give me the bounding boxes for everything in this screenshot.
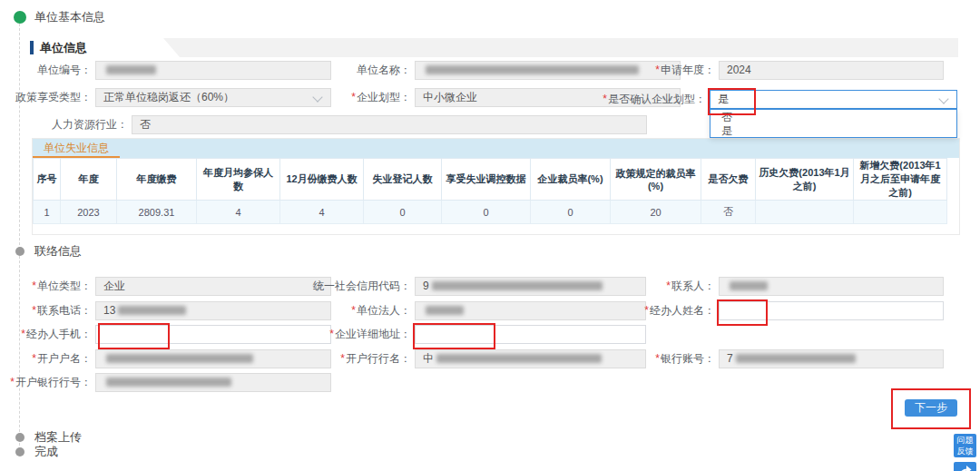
table-cell: 1 bbox=[34, 201, 61, 224]
table-cell: 4 bbox=[280, 201, 364, 224]
step-label-finish: 完成 bbox=[34, 446, 58, 458]
bank-branch-code-value bbox=[96, 374, 330, 391]
apply-year-value: 2024 bbox=[720, 62, 943, 79]
table-column-header: 序号 bbox=[34, 159, 61, 201]
share-arrow-icon bbox=[958, 464, 973, 471]
legal-person-label: *单位法人： bbox=[257, 301, 411, 320]
bank-branch-code-required-asterisk: * bbox=[10, 376, 15, 388]
step-dot-file-upload bbox=[15, 433, 24, 442]
stable-post-refund-form-page: 单位基本信息联络信息档案上传完成 单位信息 单位编号：单位名称：*申请年度：20… bbox=[0, 0, 980, 471]
unit-info-panel-header: 单位信息 bbox=[27, 38, 958, 57]
hr-industry-value: 否 bbox=[132, 116, 646, 133]
hr-industry-label: 人力资源行业： bbox=[0, 115, 128, 134]
step-dot-finish bbox=[15, 447, 24, 456]
unit-unemployment-table: 序号年度年度缴费年度月均参保人数12月份缴费人数失业登记人数享受失业调控数据企业… bbox=[33, 158, 959, 224]
account-name-required-asterisk: * bbox=[32, 352, 36, 365]
apply-year-required-asterisk: * bbox=[655, 64, 660, 76]
step-label-file-upload: 档案上传 bbox=[34, 431, 82, 444]
table-cell: 2809.31 bbox=[117, 201, 197, 224]
table-cell: 20 bbox=[611, 201, 701, 224]
table-column-header: 政策规定的裁员率(%) bbox=[611, 159, 701, 201]
bank-branch-code-masked-value bbox=[106, 378, 231, 387]
next-step-button[interactable]: 下一步 bbox=[905, 399, 957, 417]
back-link-button[interactable] bbox=[954, 462, 976, 471]
table-cell: 2023 bbox=[61, 201, 117, 224]
table-column-header: 年度 bbox=[61, 159, 117, 201]
table-column-header: 12月份缴费人数 bbox=[280, 159, 364, 201]
table-cell: 4 bbox=[197, 201, 280, 224]
feedback-button[interactable]: 问题反馈 bbox=[954, 434, 976, 457]
table-column-header: 年度月均参保人数 bbox=[197, 159, 280, 201]
step-label-unit-basic-info: 单位基本信息 bbox=[34, 11, 105, 24]
unit-name-label: 单位名称： bbox=[257, 61, 411, 80]
apply-year-input: 2024 bbox=[719, 61, 944, 80]
confirm-enterprise-scale-required-asterisk: * bbox=[603, 93, 607, 105]
bank-account-label: *银行账号： bbox=[561, 349, 715, 368]
table-column-header: 新增欠费(2013年1月之后至申请年度之前) bbox=[854, 159, 947, 201]
contact-person-required-asterisk: * bbox=[666, 280, 671, 292]
confirm-enterprise-scale-option-0[interactable]: 否 bbox=[710, 111, 956, 124]
table-cell: 0 bbox=[442, 201, 531, 224]
enterprise-scale-label: *企业划型： bbox=[257, 88, 411, 107]
bank-branch-code-input bbox=[95, 373, 331, 392]
contact-phone-label: *联系电话： bbox=[0, 301, 92, 320]
bank-account-input: 7 bbox=[719, 349, 944, 368]
table-row: 120232809.314400020否 bbox=[34, 201, 947, 224]
bank-branch-code-label: *开户银行行号： bbox=[0, 373, 92, 392]
company-address-label: *企业详细地址： bbox=[257, 325, 411, 344]
bank-account-value: 7 bbox=[720, 350, 943, 368]
company-address-required-asterisk: * bbox=[329, 328, 334, 340]
account-name-label: *开户户名： bbox=[0, 349, 92, 368]
contact-phone-masked-value bbox=[118, 306, 186, 315]
table-column-header: 失业登记人数 bbox=[364, 159, 442, 201]
agent-mobile-required-asterisk: * bbox=[21, 328, 25, 340]
table-cell bbox=[854, 201, 947, 224]
table-cell: 0 bbox=[531, 201, 611, 224]
table-tab-strip: 单位失业信息 bbox=[33, 139, 959, 158]
unit-code-masked-value bbox=[106, 65, 156, 74]
table-column-header: 享受失业调控数据 bbox=[442, 159, 531, 201]
confirm-enterprise-scale-option-1[interactable]: 是 bbox=[710, 124, 956, 138]
unit-type-required-asterisk: * bbox=[32, 280, 36, 292]
step-dot-unit-basic-info bbox=[14, 11, 26, 24]
agent-mobile-label: *经办人手机： bbox=[0, 325, 92, 344]
contact-phone-required-asterisk: * bbox=[32, 304, 36, 317]
company-address-input[interactable] bbox=[415, 325, 646, 344]
apply-year-label: *申请年度： bbox=[561, 61, 715, 80]
bank-account-masked-value bbox=[736, 354, 856, 363]
confirm-enterprise-scale-select[interactable]: 是 bbox=[710, 90, 957, 109]
policy-type-label: 政策享受类型： bbox=[0, 88, 92, 107]
tab-unit-unemployment-info[interactable]: 单位失业信息 bbox=[33, 139, 120, 158]
unit-unemployment-table-panel: 单位失业信息 序号年度年度缴费年度月均参保人数12月份缴费人数失业登记人数享受失… bbox=[32, 138, 960, 235]
unit-type-label: *单位类型： bbox=[0, 277, 92, 296]
agent-name-required-asterisk: * bbox=[644, 304, 649, 317]
legal-person-masked-value bbox=[426, 306, 464, 315]
table-column-header: 是否欠费 bbox=[701, 159, 756, 201]
bank-name-label: *开户行行名： bbox=[257, 349, 411, 368]
contact-person-label: *联系人： bbox=[561, 277, 715, 296]
hr-industry-input: 否 bbox=[132, 115, 647, 134]
confirm-enterprise-scale-dropdown: 否是 bbox=[710, 109, 957, 138]
confirm-enterprise-scale-label: *是否确认企业划型： bbox=[552, 90, 706, 109]
credit-code-label: 统一社会信用代码： bbox=[257, 277, 411, 296]
unit-info-panel-title: 单位信息 bbox=[40, 38, 87, 57]
agent-name-label: *经办人姓名： bbox=[561, 301, 715, 320]
bank-account-required-asterisk: * bbox=[655, 352, 660, 365]
table-column-header: 历史欠费(2013年1月之前) bbox=[756, 159, 854, 201]
legal-person-required-asterisk: * bbox=[351, 304, 356, 317]
agent-name-input[interactable] bbox=[719, 301, 944, 320]
step-label-contact-info: 联络信息 bbox=[34, 245, 82, 258]
contact-person-input bbox=[719, 277, 944, 296]
table-cell bbox=[756, 201, 854, 224]
table-cell: 0 bbox=[364, 201, 442, 224]
table-cell: 否 bbox=[701, 201, 756, 224]
enterprise-scale-required-asterisk: * bbox=[351, 91, 356, 103]
section-marker-bar bbox=[30, 41, 34, 54]
table-column-header: 年度缴费 bbox=[117, 159, 197, 201]
bank-name-required-asterisk: * bbox=[340, 352, 345, 365]
contact-person-masked-value bbox=[730, 281, 768, 290]
table-column-header: 企业裁员率(%) bbox=[531, 159, 611, 201]
account-name-masked-value bbox=[106, 354, 253, 363]
step-dot-contact-info bbox=[15, 247, 24, 256]
confirm-enterprise-scale-value: 是 bbox=[710, 91, 956, 108]
